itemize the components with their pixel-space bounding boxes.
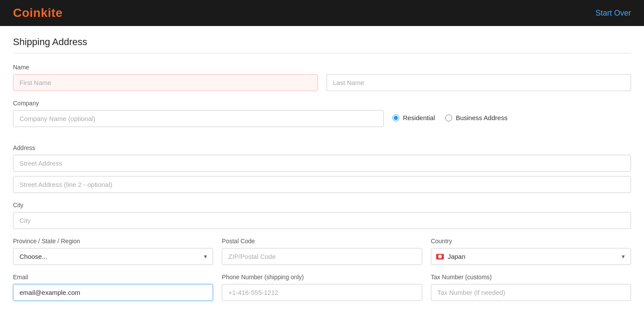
residential-radio[interactable] — [392, 114, 399, 121]
name-label: Name — [13, 64, 631, 71]
address-label: Address — [13, 144, 631, 151]
business-label-text: Business Address — [456, 114, 507, 121]
postal-col: Postal Code — [222, 238, 422, 265]
province-col: Province / State / Region Choose... ▼ — [13, 238, 213, 265]
phone-col: Phone Number (shipping only) — [222, 274, 422, 301]
section-title: Shipping Address — [13, 36, 631, 53]
province-select-wrapper: Choose... ▼ — [13, 248, 213, 265]
first-name-col — [13, 74, 318, 91]
contact-row: Email Phone Number (shipping only) Tax N… — [13, 274, 631, 301]
business-radio-label[interactable]: Business Address — [445, 114, 507, 121]
first-name-input[interactable] — [13, 74, 318, 91]
email-label: Email — [13, 274, 213, 281]
country-col: Country Japan United States Canada Unite… — [431, 238, 631, 265]
business-radio[interactable] — [445, 114, 452, 121]
last-name-input[interactable] — [327, 74, 631, 91]
address-type-group: Residential Business Address — [392, 114, 631, 121]
main-content: Shipping Address Name Company Residentia… — [0, 26, 644, 318]
email-col: Email — [13, 274, 213, 301]
country-select[interactable]: Japan United States Canada United Kingdo… — [431, 248, 631, 265]
phone-input[interactable] — [222, 284, 422, 301]
last-name-col — [327, 74, 631, 91]
city-input[interactable] — [13, 212, 631, 229]
postal-label: Postal Code — [222, 238, 422, 245]
province-label: Province / State / Region — [13, 238, 213, 245]
street1-input[interactable] — [13, 155, 631, 172]
country-label: Country — [431, 238, 631, 245]
postal-input[interactable] — [222, 248, 422, 265]
logo: Coinkite — [13, 6, 62, 20]
company-input[interactable] — [13, 110, 384, 127]
company-row: Company Residential Business Address — [13, 100, 631, 136]
street2-input[interactable] — [13, 176, 631, 193]
region-row: Province / State / Region Choose... ▼ Po… — [13, 238, 631, 265]
email-input[interactable] — [13, 284, 213, 301]
tax-input[interactable] — [431, 284, 631, 301]
country-select-wrapper: Japan United States Canada United Kingdo… — [431, 248, 631, 265]
province-select[interactable]: Choose... — [13, 248, 213, 265]
address-field-group: Address — [13, 144, 631, 193]
company-label: Company — [13, 100, 384, 107]
header: Coinkite Start Over — [0, 0, 644, 26]
city-label: City — [13, 202, 631, 209]
residential-label-text: Residential — [403, 114, 435, 121]
tax-label: Tax Number (customs) — [431, 274, 631, 281]
company-field-group: Company — [13, 100, 384, 127]
name-field-group: Name — [13, 64, 631, 91]
residential-radio-label[interactable]: Residential — [392, 114, 435, 121]
tax-col: Tax Number (customs) — [431, 274, 631, 301]
city-field-group: City — [13, 202, 631, 229]
phone-label: Phone Number (shipping only) — [222, 274, 422, 281]
start-over-link[interactable]: Start Over — [595, 9, 631, 18]
